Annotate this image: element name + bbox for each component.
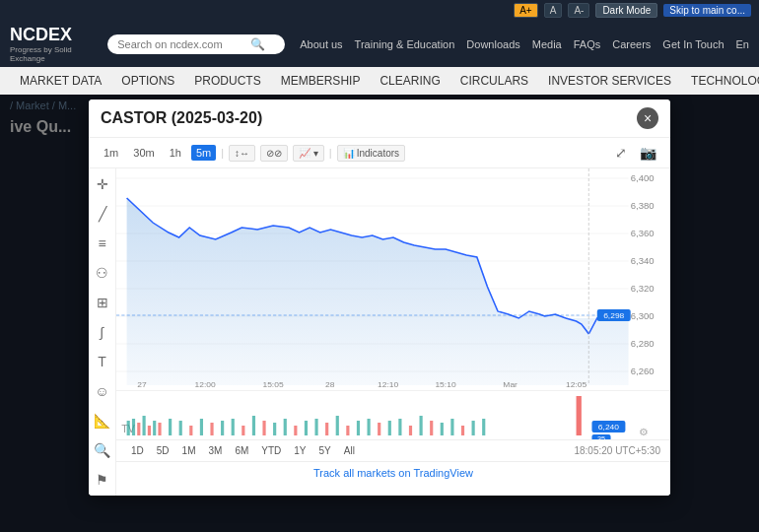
- svg-rect-44: [252, 416, 255, 435]
- chart-toolbar: 1m 30m 1h 5m | ↕↔ ⊘⊘ 📈 ▾ | 📊 Indicators …: [89, 138, 670, 168]
- svg-rect-49: [305, 421, 308, 435]
- fork-tool[interactable]: ⚇: [92, 262, 113, 284]
- nav-market-data[interactable]: MARKET DATA: [10, 67, 111, 95]
- period-3m-btn[interactable]: 3M: [204, 444, 228, 457]
- svg-rect-58: [398, 419, 401, 435]
- period-5y-btn[interactable]: 5Y: [314, 444, 336, 457]
- search-input[interactable]: [117, 38, 245, 50]
- svg-rect-56: [378, 423, 380, 435]
- svg-text:6,340: 6,340: [631, 256, 655, 266]
- svg-text:15:10: 15:10: [435, 380, 456, 389]
- timestamp: 18:05:20 UTC+5:30: [574, 445, 660, 456]
- nav-get-in-touch[interactable]: Get In Touch: [662, 38, 724, 50]
- svg-rect-65: [472, 421, 475, 435]
- price-chart: 6,400 6,380 6,360 6,340 6,320 6,300 6,28…: [116, 168, 670, 390]
- nav-membership[interactable]: MEMBERSHIP: [271, 67, 371, 95]
- expand-icon[interactable]: ⤢: [611, 143, 631, 163]
- time-30m-btn[interactable]: 30m: [128, 145, 159, 161]
- svg-text:12:05: 12:05: [566, 380, 587, 389]
- page-content: / Market / M... ive Qu... CASTOR (2025-0…: [0, 95, 759, 532]
- curve-tool[interactable]: ∫: [92, 321, 113, 343]
- time-1m-btn[interactable]: 1m: [99, 145, 123, 161]
- svg-text:12:10: 12:10: [378, 380, 399, 389]
- svg-rect-52: [336, 416, 339, 435]
- modal-title: CASTOR (2025-03-20): [101, 109, 262, 127]
- svg-rect-55: [367, 419, 370, 435]
- svg-rect-35: [158, 423, 161, 435]
- flag-tool[interactable]: ⚑: [92, 469, 113, 491]
- ruler-tool[interactable]: 📐: [92, 410, 113, 432]
- svg-text:12:00: 12:00: [195, 380, 217, 389]
- svg-text:6,240: 6,240: [598, 423, 620, 432]
- svg-rect-62: [441, 423, 444, 435]
- main-nav: MARKET DATA OPTIONS PRODUCTS MEMBERSHIP …: [0, 67, 759, 95]
- crosshair-tool[interactable]: ✛: [92, 173, 113, 195]
- nav-media[interactable]: Media: [532, 38, 562, 50]
- emoji-tool[interactable]: ☺: [92, 380, 113, 402]
- svg-rect-37: [179, 421, 182, 435]
- font-size-large-btn[interactable]: A+: [514, 3, 538, 18]
- period-1d-btn[interactable]: 1D: [126, 444, 149, 457]
- nav-downloads[interactable]: Downloads: [466, 38, 519, 50]
- nav-faqs[interactable]: FAQs: [574, 38, 601, 50]
- svg-text:6,400: 6,400: [631, 173, 655, 183]
- modal-header: CASTOR (2025-03-20) ×: [89, 100, 670, 138]
- svg-text:6,320: 6,320: [631, 284, 655, 294]
- zoom-tool[interactable]: 🔍: [92, 439, 113, 461]
- nav-training[interactable]: Training & Education: [355, 38, 455, 50]
- font-size-medium-btn[interactable]: A: [544, 3, 563, 18]
- chart-modal: CASTOR (2025-03-20) × 1m 30m 1h 5m | ↕↔ …: [89, 100, 670, 496]
- text-tool[interactable]: T: [92, 351, 113, 372]
- logo-subtitle: Progress by Solid Exchange: [10, 45, 93, 63]
- measure-tool[interactable]: ⊞: [92, 292, 113, 313]
- camera-icon[interactable]: 📷: [636, 143, 660, 163]
- period-6m-btn[interactable]: 6M: [230, 444, 253, 457]
- svg-rect-32: [143, 416, 146, 435]
- modal-close-button[interactable]: ×: [637, 107, 658, 129]
- nav-circulars[interactable]: CIRCULARS: [450, 67, 538, 95]
- svg-rect-31: [137, 423, 140, 435]
- skip-to-main-btn[interactable]: Skip to main co...: [663, 4, 751, 17]
- search-bar[interactable]: 🔍: [107, 34, 285, 54]
- time-1h-btn[interactable]: 1h: [165, 145, 186, 161]
- chart-type-btn[interactable]: 📈 ▾: [293, 145, 324, 162]
- svg-rect-67: [577, 396, 582, 435]
- nav-technology[interactable]: TECHNOLOGY: [681, 67, 759, 95]
- svg-text:6,360: 6,360: [631, 229, 655, 238]
- nav-products[interactable]: PRODUCTS: [184, 67, 270, 95]
- logo: NCDEX Progress by Solid Exchange: [10, 25, 93, 63]
- svg-rect-29: [127, 421, 130, 435]
- font-size-small-btn[interactable]: A-: [568, 3, 589, 18]
- time-5m-btn[interactable]: 5m: [191, 145, 216, 161]
- line-tool[interactable]: ╱: [92, 203, 113, 225]
- nav-options[interactable]: OPTIONS: [111, 67, 184, 95]
- tradingview-link[interactable]: Track all markets on TradingView: [116, 461, 670, 484]
- svg-rect-47: [284, 419, 287, 435]
- nav-language[interactable]: En: [736, 38, 749, 50]
- scale-tool-btn[interactable]: ↕↔: [229, 145, 255, 162]
- svg-rect-51: [325, 423, 328, 435]
- nav-investor-services[interactable]: INVESTOR SERVICES: [538, 67, 681, 95]
- period-all-btn[interactable]: All: [339, 444, 360, 457]
- menu-tool[interactable]: ≡: [92, 233, 113, 254]
- nav-clearing[interactable]: CLEARING: [370, 67, 449, 95]
- svg-rect-60: [420, 416, 423, 435]
- period-ytd-btn[interactable]: YTD: [256, 444, 286, 457]
- overlay-tool-btn[interactable]: ⊘⊘: [260, 145, 288, 162]
- period-buttons: 1D 5D 1M 3M 6M YTD 1Y 5Y All: [126, 444, 360, 457]
- period-1y-btn[interactable]: 1Y: [289, 444, 310, 457]
- period-1m-btn[interactable]: 1M: [177, 444, 201, 457]
- svg-text:35: 35: [597, 434, 605, 439]
- nav-careers[interactable]: Careers: [612, 38, 651, 50]
- chart-bottom-toolbar: 1D 5D 1M 3M 6M YTD 1Y 5Y All 18:05:20 UT…: [116, 439, 670, 461]
- svg-rect-50: [314, 419, 317, 435]
- header: NCDEX Progress by Solid Exchange 🔍 About…: [0, 21, 759, 67]
- dark-mode-btn[interactable]: Dark Mode: [595, 3, 657, 18]
- svg-text:28: 28: [325, 380, 335, 389]
- indicators-btn[interactable]: 📊 Indicators: [337, 145, 405, 162]
- period-5d-btn[interactable]: 5D: [152, 444, 174, 457]
- svg-rect-33: [148, 426, 151, 435]
- volume-chart: TV: [116, 391, 670, 439]
- nav-about[interactable]: About us: [300, 38, 342, 50]
- svg-rect-64: [461, 426, 464, 435]
